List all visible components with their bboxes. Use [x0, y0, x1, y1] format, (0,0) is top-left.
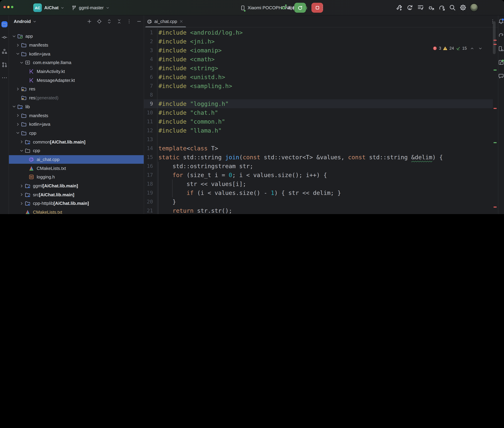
- code-line-20[interactable]: 20 }: [144, 197, 493, 206]
- previous-problem-icon[interactable]: [470, 46, 474, 50]
- project-tree-item-res[interactable]: res: [9, 85, 144, 93]
- project-folder-icon[interactable]: [1, 21, 7, 27]
- stripe-mark[interactable]: [494, 142, 497, 143]
- gradle-elephant-icon[interactable]: [498, 32, 504, 38]
- tree-item-label: cpp: [33, 148, 40, 153]
- code-line-11[interactable]: 11#include "common.h": [144, 117, 493, 126]
- code-line-21[interactable]: 21 return str.str();: [144, 206, 493, 214]
- zoom-window-button[interactable]: [11, 6, 13, 8]
- chevron-right-icon[interactable]: [16, 43, 20, 48]
- code-line-1[interactable]: 1#include <android/log.h>: [144, 28, 493, 37]
- chevron-right-icon[interactable]: [16, 87, 20, 91]
- minimize-window-button[interactable]: [7, 6, 10, 8]
- code-line-6[interactable]: 6#include <unistd.h>: [144, 73, 493, 82]
- project-tree-item-messageadapter-kt[interactable]: MessageAdapter.kt: [9, 76, 144, 85]
- code-line-16[interactable]: 16 std::ostringstream str;: [144, 162, 493, 171]
- project-tree-item-ggml[interactable]: ggml [AiChat.lib.main]: [9, 181, 144, 190]
- locate-target-icon[interactable]: [97, 19, 102, 24]
- code-line-15[interactable]: 15static std::string join(const std::vec…: [144, 153, 493, 162]
- project-tree-item-com-example-llama[interactable]: com.example.llama: [9, 58, 144, 67]
- more-horizontal-icon[interactable]: [1, 75, 7, 81]
- sync-with-a-icon[interactable]: A: [406, 4, 413, 11]
- code-line-4[interactable]: 4#include <cmath>: [144, 55, 493, 64]
- chevron-down-icon[interactable]: [12, 34, 17, 39]
- device-manager-icon[interactable]: [498, 46, 504, 52]
- code-line-10[interactable]: 10#include "chat.h": [144, 108, 493, 117]
- project-tree-item-app[interactable]: app: [9, 32, 144, 41]
- hide-window-icon[interactable]: [137, 19, 142, 24]
- close-tab-icon[interactable]: [179, 19, 183, 23]
- attach-debugger-icon[interactable]: [428, 4, 435, 11]
- code-line-5[interactable]: 5#include <string>: [144, 64, 493, 73]
- chevron-right-icon[interactable]: [19, 140, 24, 144]
- chevron-right-icon[interactable]: [19, 192, 24, 197]
- ai-assistant-chat-icon[interactable]: [498, 73, 504, 79]
- add-plus-icon[interactable]: [87, 19, 92, 24]
- close-window-button[interactable]: [3, 6, 6, 8]
- code-line-8[interactable]: 8: [144, 91, 493, 99]
- code-line-7[interactable]: 7#include <sampling.h>: [144, 82, 493, 91]
- project-tree-item-manifests[interactable]: manifests: [9, 111, 144, 120]
- structure-icon[interactable]: [1, 48, 7, 54]
- search-everywhere-icon[interactable]: [449, 4, 456, 11]
- code-line-2[interactable]: 2#include <jni.h>: [144, 37, 493, 46]
- editor-scrollbar-thumb[interactable]: [493, 21, 495, 54]
- user-avatar[interactable]: [470, 3, 478, 12]
- stripe-mark[interactable]: [494, 70, 497, 70]
- project-tree-item-cpp-httplib[interactable]: cpp-httplib [AiChat.lib.main]: [9, 199, 144, 208]
- project-tree-item-ai-chat-cpp[interactable]: Cai_chat.cpp: [9, 155, 144, 164]
- chevron-right-icon[interactable]: [19, 201, 24, 206]
- chevron-down-icon[interactable]: [19, 148, 24, 153]
- code-line-9[interactable]: 9#include "logging.h": [144, 99, 493, 108]
- chevron-down-icon[interactable]: [16, 51, 20, 56]
- chevron-down-icon[interactable]: [19, 60, 24, 65]
- project-tree-item-cpp[interactable]: cpp: [9, 146, 144, 155]
- gradle-sync-icon[interactable]: [438, 4, 445, 11]
- code-line-14[interactable]: 14template<class T>: [144, 144, 493, 153]
- project-tree-item-logging-h[interactable]: logging.h: [9, 173, 144, 181]
- project-tree-item-kotlin-java[interactable]: kotlin+java: [9, 49, 144, 58]
- code-line-19[interactable]: 19 if (i < values.size() - 1) { str << d…: [144, 188, 493, 197]
- code-editor[interactable]: 1#include <android/log.h>2#include <jni.…: [144, 28, 493, 214]
- stripe-mark[interactable]: [494, 44, 497, 45]
- project-tree-item-src[interactable]: src [AiChat.lib.main]: [9, 190, 144, 199]
- chevron-right-icon[interactable]: [19, 183, 24, 188]
- pull-requests-icon[interactable]: [1, 62, 7, 68]
- more-run-options-icon[interactable]: [320, 5, 325, 10]
- project-tree-item-cpp[interactable]: cpp: [9, 129, 144, 137]
- project-tree-item-kotlin-java[interactable]: kotlin+java: [9, 120, 144, 129]
- branch-selector[interactable]: ggml-master: [71, 0, 110, 16]
- chevron-right-icon[interactable]: [16, 122, 20, 127]
- chevron-right-icon[interactable]: [16, 113, 20, 118]
- project-tree-item-res[interactable]: res (generated): [9, 93, 144, 102]
- device-running-dot: [502, 60, 504, 62]
- collapse-all-icon[interactable]: [117, 19, 122, 24]
- next-problem-icon[interactable]: [478, 46, 483, 50]
- apply-code-changes-icon[interactable]: [417, 4, 424, 11]
- editor-tab-ai-chat-cpp[interactable]: C ai_chat.cpp: [145, 16, 186, 27]
- project-view-selector[interactable]: Android: [14, 16, 37, 27]
- settings-gear-icon[interactable]: [460, 4, 466, 11]
- code-line-18[interactable]: 18 str << values[i];: [144, 180, 493, 188]
- project-tree-item-cmakelists-txt[interactable]: CMakeLists.txt: [9, 208, 144, 214]
- project-tree-item-cmakelists-txt[interactable]: CMakeLists.txt: [9, 164, 144, 173]
- inspections-widget[interactable]: 3 24 15: [432, 46, 483, 51]
- project-tree-item-common[interactable]: common [AiChat.lib.main]: [9, 138, 144, 146]
- more-vertical-icon[interactable]: [127, 19, 132, 24]
- project-tree-item-manifests[interactable]: manifests: [9, 41, 144, 49]
- project-tree-item-lib[interactable]: lib: [9, 102, 144, 111]
- code-line-12[interactable]: 12#include "llama.h": [144, 126, 493, 135]
- chevron-down-icon[interactable]: [12, 104, 17, 109]
- chevron-down-icon[interactable]: [16, 131, 20, 135]
- code-line-13[interactable]: 13: [144, 135, 493, 144]
- stripe-mark[interactable]: [494, 108, 497, 109]
- project-selector[interactable]: AiChat: [44, 0, 64, 16]
- project-tree-item-mainactivity-kt[interactable]: MainActivity.kt: [9, 67, 144, 76]
- stripe-mark[interactable]: [494, 206, 497, 207]
- debug-button[interactable]: [302, 5, 308, 11]
- expand-all-icon[interactable]: [107, 19, 112, 24]
- build-hammer-run-icon[interactable]: [396, 4, 403, 11]
- stripe-mark[interactable]: [494, 40, 497, 41]
- code-line-17[interactable]: 17 for (size_t i = 0; i < values.size();…: [144, 171, 493, 180]
- commit-icon[interactable]: [1, 34, 7, 41]
